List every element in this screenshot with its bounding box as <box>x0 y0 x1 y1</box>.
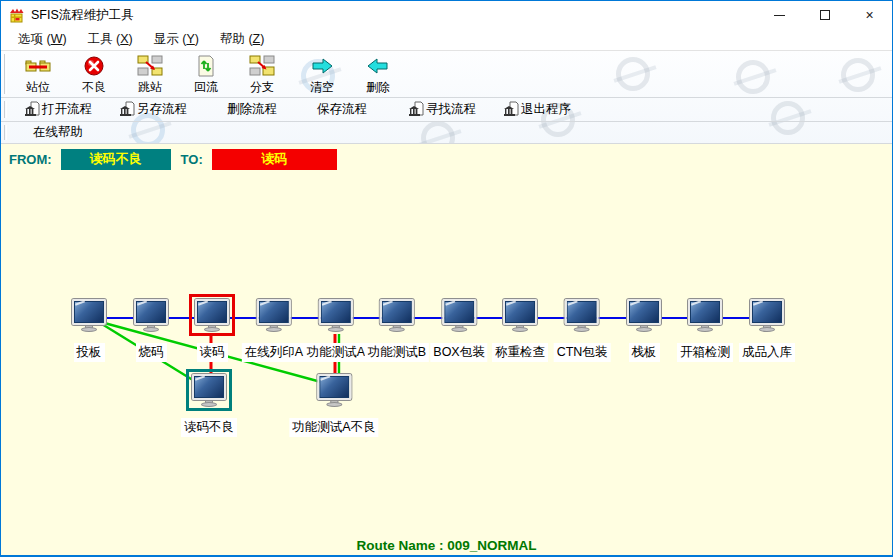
menu-options[interactable]: 选项 (W) <box>9 29 79 50</box>
clear-button[interactable]: 清空 <box>295 51 349 96</box>
monitor-icon <box>186 369 232 411</box>
title-bar: SFIS流程维护工具 × <box>1 1 892 29</box>
defect-icon <box>81 55 107 77</box>
monitor-icon <box>497 294 543 336</box>
station-node[interactable]: 投板 <box>66 294 112 362</box>
toolbar-area: 站位 不良 跳站 <box>1 51 892 144</box>
monitor-icon <box>251 294 297 336</box>
menu-display[interactable]: 显示 (Y) <box>145 29 211 50</box>
toolbar-gripper[interactable] <box>4 125 7 140</box>
station-label: 读码 <box>197 343 228 362</box>
monitor-icon <box>66 294 112 336</box>
toolbar-help: 在线帮助 <box>1 122 892 144</box>
station-node[interactable]: 读码不良 <box>181 369 237 437</box>
maximize-icon <box>820 10 830 20</box>
exit-program-icon <box>502 101 519 118</box>
branch-button[interactable]: 分支 <box>235 51 289 96</box>
app-icon <box>8 7 25 24</box>
saveas-flow-icon <box>118 101 135 118</box>
monitor-icon <box>436 294 482 336</box>
app-window: SFIS流程维护工具 × 选项 (W) 工具 (X) 显示 (Y) 帮助 (Z) <box>0 0 893 557</box>
monitor-icon <box>374 294 420 336</box>
online-help-button[interactable]: 在线帮助 <box>33 124 83 141</box>
station-label: 烧码 <box>136 343 167 362</box>
save-as-flow-button[interactable]: 另存流程 <box>118 101 187 118</box>
station-label: 在线列印A <box>242 343 306 362</box>
monitor-icon <box>128 294 174 336</box>
close-button[interactable]: × <box>847 1 892 29</box>
station-label: BOX包装 <box>430 343 487 362</box>
reflow-icon <box>193 55 219 77</box>
defect-button[interactable]: 不良 <box>67 51 121 96</box>
station-button[interactable]: 站位 <box>11 51 65 96</box>
station-label: 功能测试B <box>365 343 429 362</box>
flow-canvas: FROM: 读码不良 TO: 读码 投板烧码读码在线列印A功能测试A功能测试BB… <box>1 144 892 556</box>
flow-diagram: 投板烧码读码在线列印A功能测试A功能测试BBOX包装称重检查CTN包装栈板开箱检… <box>1 144 893 556</box>
delete-flow-button[interactable]: 删除流程 <box>227 101 277 118</box>
station-label: 栈板 <box>629 343 660 362</box>
clear-arrow-icon <box>309 55 335 77</box>
station-node[interactable]: 功能测试A不良 <box>289 369 378 437</box>
toolbar-gripper[interactable] <box>4 101 7 118</box>
station-label: CTN包装 <box>554 343 611 362</box>
find-flow-button[interactable]: 寻找流程 <box>407 101 476 118</box>
window-title: SFIS流程维护工具 <box>31 7 134 24</box>
station-label: 成品入库 <box>739 343 795 362</box>
monitor-icon <box>559 294 605 336</box>
monitor-icon <box>621 294 667 336</box>
monitor-icon <box>682 294 728 336</box>
exit-program-button[interactable]: 退出程序 <box>502 101 571 118</box>
station-label: 开箱检测 <box>677 343 733 362</box>
toolbar-flow: 打开流程 另存流程 删除流程 保存流程 <box>1 98 892 122</box>
skip-station-button[interactable]: 跳站 <box>123 51 177 96</box>
station-label: 投板 <box>74 343 105 362</box>
station-node[interactable]: BOX包装 <box>430 294 487 362</box>
station-node[interactable]: 在线列印A <box>242 294 306 362</box>
skip-station-icon <box>137 55 163 77</box>
station-label: 称重检查 <box>492 343 548 362</box>
monitor-icon <box>189 294 235 336</box>
delete-arrow-icon <box>365 55 391 77</box>
branch-icon <box>249 55 275 77</box>
station-link-icon <box>25 55 51 77</box>
menu-tools[interactable]: 工具 (X) <box>79 29 145 50</box>
delete-button[interactable]: 删除 <box>351 51 405 96</box>
save-flow-button[interactable]: 保存流程 <box>317 101 367 118</box>
menu-help[interactable]: 帮助 (Z) <box>211 29 276 50</box>
close-icon: × <box>865 7 873 23</box>
station-node[interactable]: 功能测试A <box>304 294 368 362</box>
open-flow-button[interactable]: 打开流程 <box>23 101 92 118</box>
open-flow-icon <box>23 101 40 118</box>
find-flow-icon <box>407 101 424 118</box>
toolbar-main: 站位 不良 跳站 <box>1 51 892 98</box>
station-label: 读码不良 <box>181 418 237 437</box>
station-node[interactable]: 成品入库 <box>739 294 795 362</box>
station-node[interactable]: 读码 <box>189 294 235 362</box>
monitor-icon <box>311 369 357 411</box>
station-node[interactable]: 称重检查 <box>492 294 548 362</box>
station-node[interactable]: 栈板 <box>621 294 667 362</box>
station-node[interactable]: 开箱检测 <box>677 294 733 362</box>
reflow-button[interactable]: 回流 <box>179 51 233 96</box>
station-label: 功能测试A不良 <box>289 418 378 437</box>
toolbar-gripper[interactable] <box>4 54 7 94</box>
maximize-button[interactable] <box>802 1 847 29</box>
route-name-text: Route Name : 009_NORMAL <box>356 538 536 553</box>
minimize-button[interactable] <box>757 1 802 29</box>
monitor-icon <box>744 294 790 336</box>
status-bar: Route Name : 009_NORMAL <box>1 538 892 553</box>
menu-bar: 选项 (W) 工具 (X) 显示 (Y) 帮助 (Z) <box>1 29 892 51</box>
minimize-icon <box>774 15 785 16</box>
monitor-icon <box>313 294 359 336</box>
station-node[interactable]: 功能测试B <box>365 294 429 362</box>
station-node[interactable]: CTN包装 <box>554 294 611 362</box>
station-node[interactable]: 烧码 <box>128 294 174 362</box>
station-label: 功能测试A <box>304 343 368 362</box>
